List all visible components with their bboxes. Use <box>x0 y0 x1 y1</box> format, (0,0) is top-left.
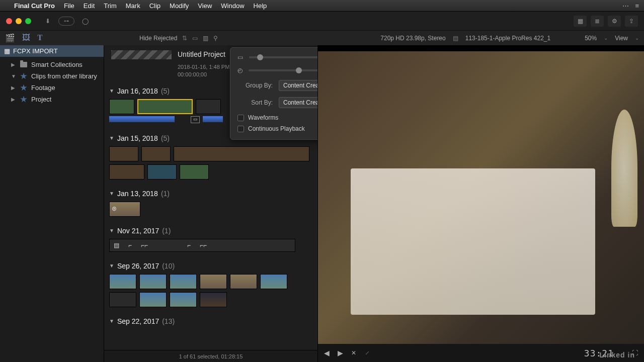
inspector-color-icon[interactable]: ≣ <box>591 16 604 27</box>
clip-thumbnail[interactable] <box>170 292 197 307</box>
clip-count: (5) <box>161 134 170 142</box>
chevron-down-icon: ⌄ <box>635 35 639 41</box>
menu-mark[interactable]: Mark <box>126 2 140 10</box>
waveforms-checkbox-row[interactable]: Waveforms <box>237 114 318 121</box>
sidebar-item-project[interactable]: ▶ Project <box>0 94 104 105</box>
app-toolbar: ⬇ ⊶ ◯ ▦ ≣ ⚙ ⇪ <box>0 11 644 30</box>
menu-file[interactable]: File <box>64 2 74 10</box>
date-group-header[interactable]: ▼ Nov 21, 2017 (1) <box>109 227 312 235</box>
selection-status: 1 of 61 selected, 01:28:15 <box>179 353 243 359</box>
duration-slider[interactable] <box>249 69 318 71</box>
keyword-icon[interactable]: ⊶ <box>58 17 74 26</box>
clip-height-slider[interactable] <box>249 56 318 58</box>
project-title[interactable]: Untitled Project <box>178 50 229 58</box>
menu-modify[interactable]: Modify <box>170 2 189 10</box>
menu-help[interactable]: Help <box>254 2 267 10</box>
disclosure-triangle-icon[interactable]: ▼ <box>109 318 114 324</box>
disclosure-triangle-icon[interactable]: ▼ <box>109 191 114 196</box>
close-window[interactable] <box>6 18 12 24</box>
clip-thumbnail[interactable] <box>170 274 197 289</box>
clip-thumbnail[interactable] <box>109 99 134 114</box>
view-menu[interactable]: View <box>615 35 628 42</box>
menu-trim[interactable]: Trim <box>104 2 117 10</box>
disclosure-triangle-icon[interactable]: ▼ <box>109 88 114 94</box>
clip-thumbnail[interactable] <box>139 292 167 307</box>
audio-skimmer-icon[interactable]: ⟋ <box>364 349 370 356</box>
sidebar-item-clips-other[interactable]: ▼ Clips from other library <box>0 70 104 82</box>
inspector-video-icon[interactable]: ▦ <box>574 16 587 27</box>
search-icon[interactable]: ⚲ <box>213 35 218 42</box>
clip-thumbnail[interactable] <box>147 164 177 179</box>
menu-view[interactable]: View <box>198 2 212 10</box>
clip-thumbnail-360[interactable]: ⊛ <box>109 202 140 217</box>
sidebar-item-label: Footage <box>31 84 55 92</box>
disclosure-triangle-icon[interactable]: ▼ <box>109 263 114 268</box>
viewer-canvas[interactable] <box>318 51 644 344</box>
clip-thumbnail-selected[interactable] <box>137 99 193 114</box>
menu-clip[interactable]: Clip <box>149 2 160 10</box>
library-header[interactable]: ▦ FCPX IMPORT <box>0 45 104 57</box>
star-icon <box>20 84 27 92</box>
date-label: Jan 16, 2018 <box>117 87 158 95</box>
star-icon <box>20 73 27 80</box>
photos-mode-icon[interactable]: 🖼 <box>22 33 30 43</box>
clip-thumbnail[interactable] <box>260 274 287 289</box>
share-icon[interactable]: ⇪ <box>625 16 638 27</box>
compound-clip-icon[interactable]: ▭ <box>191 116 200 123</box>
menubar-list-icon[interactable]: ≡ <box>635 2 639 10</box>
disclosure-triangle-icon[interactable]: ▼ <box>109 228 114 233</box>
disclosure-triangle-icon[interactable]: ▼ <box>109 135 114 141</box>
clip-thumbnail[interactable] <box>109 146 138 161</box>
zoom-level[interactable]: 50% <box>585 35 597 42</box>
clip-waveform[interactable] <box>203 116 223 122</box>
date-group-header[interactable]: ▼ Sep 22, 2017 (13) <box>109 317 312 325</box>
menu-window[interactable]: Window <box>221 2 244 10</box>
clip-thumbnail[interactable] <box>109 164 144 179</box>
clip-thumbnail[interactable] <box>230 274 257 289</box>
filmstrip-icon[interactable]: ▥ <box>203 35 208 42</box>
hide-rejected-dropdown[interactable]: Hide Rejected <box>139 35 177 42</box>
360-badge-icon: ⊛ <box>112 205 117 212</box>
clip-thumbnail[interactable] <box>196 99 221 114</box>
clip-thumbnail[interactable] <box>141 146 171 161</box>
clip-count: (1) <box>162 227 171 235</box>
clip-thumbnail[interactable] <box>200 292 227 307</box>
clip-thumbnail[interactable] <box>139 274 167 289</box>
menubar-extra-icon[interactable]: ⋯ <box>622 2 629 10</box>
clip-thumbnail[interactable] <box>174 146 309 161</box>
library-icon: ▦ <box>4 47 10 55</box>
clip-thumbnail[interactable] <box>109 274 136 289</box>
checkbox-icon[interactable] <box>237 115 244 121</box>
group-by-select[interactable]: Content Created <box>279 80 318 91</box>
angle-marker-icon: ⌐⌐ <box>200 242 207 249</box>
import-icon[interactable]: ⬇ <box>42 16 53 26</box>
inspector-adjust-icon[interactable]: ⚙ <box>608 16 621 27</box>
clip-count: (13) <box>162 317 175 325</box>
clip-thumbnail[interactable] <box>200 274 227 289</box>
multicam-clip[interactable]: ▤ ⌐ ⌐⌐ ⌐ ⌐⌐ <box>109 239 295 252</box>
titles-mode-icon[interactable]: 𝐓 <box>37 33 43 43</box>
clip-waveform[interactable] <box>109 116 175 122</box>
bg-tasks-icon[interactable]: ◯ <box>79 16 91 26</box>
date-group-header[interactable]: ▼ Jan 13, 2018 (1) <box>109 190 312 198</box>
checkbox-icon[interactable] <box>237 126 244 132</box>
library-mode-icon[interactable]: 🎬 <box>5 33 15 43</box>
menu-edit[interactable]: Edit <box>84 2 95 10</box>
sidebar-item-smart-collections[interactable]: ▶ Smart Collections <box>0 59 104 70</box>
zoom-window[interactable] <box>25 18 31 24</box>
date-group-header[interactable]: ▼ Sep 26, 2017 (10) <box>109 262 312 270</box>
sort-by-select[interactable]: Content Created <box>279 97 318 108</box>
clip-thumbnail[interactable] <box>109 292 136 307</box>
clip-thumbnail[interactable] <box>180 164 209 179</box>
macos-menubar: Final Cut Pro File Edit Trim Mark Clip M… <box>0 0 644 11</box>
skimmer-icon[interactable]: ✕ <box>351 349 356 356</box>
minimize-window[interactable] <box>16 18 22 24</box>
project-date: 2018-01-16, 1:48 PM <box>178 63 229 71</box>
clip-appearance-icon[interactable]: ▭ <box>192 35 198 42</box>
app-name[interactable]: Final Cut Pro <box>14 2 55 10</box>
continuous-playback-row[interactable]: Continuous Playback <box>237 125 318 132</box>
play-prev-icon[interactable]: ◀ <box>324 349 330 357</box>
play-button[interactable]: ▶ <box>338 349 343 357</box>
sidebar-item-footage[interactable]: ▶ Footage <box>0 82 104 94</box>
angle-marker-icon: ⌐⌐ <box>141 242 148 249</box>
